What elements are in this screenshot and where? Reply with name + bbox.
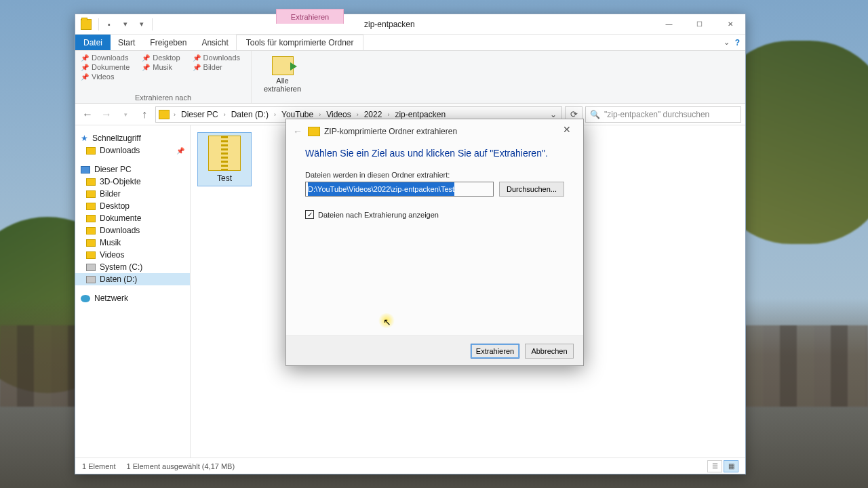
status-count: 1 Element: [82, 462, 116, 470]
nav-back[interactable]: ←: [79, 106, 96, 123]
bc-seg[interactable]: zip-entpacken: [392, 110, 448, 119]
context-tab-header: Extrahieren: [276, 9, 344, 24]
chevron-right-icon[interactable]: ›: [172, 111, 177, 118]
maximize-button[interactable]: ☐: [684, 14, 715, 34]
show-files-checkbox-row[interactable]: ✓ Dateien nach Extrahierung anzeigen ↖: [305, 210, 564, 219]
sidebar-network[interactable]: Netzwerk: [75, 292, 190, 304]
ribbon-collapse-icon[interactable]: ⌄: [724, 38, 730, 47]
bc-seg[interactable]: Daten (D:): [229, 110, 271, 119]
ribbon-body: 📌Downloads 📌Desktop 📌Downloads 📌Dokument…: [75, 51, 745, 104]
ribbon-tabs: Datei Start Freigeben Ansicht Tools für …: [75, 35, 745, 51]
folder-icon: [308, 127, 320, 136]
tab-share[interactable]: Freigeben: [142, 35, 194, 50]
sidebar-this-pc[interactable]: Dieser PC: [75, 163, 190, 176]
sidebar-item-downloads2[interactable]: Downloads: [75, 224, 190, 237]
bc-seg[interactable]: Dieser PC: [178, 110, 221, 119]
bc-seg[interactable]: 2022: [361, 110, 385, 119]
cancel-button[interactable]: Abbrechen: [525, 344, 574, 359]
dest-bilder[interactable]: 📌Bilder: [193, 63, 245, 71]
nav-recent-icon[interactable]: ▾: [117, 106, 134, 123]
extract-all-icon: [272, 56, 294, 75]
dest-downloads[interactable]: 📌Downloads: [81, 54, 135, 62]
view-icons-button[interactable]: ▦: [724, 460, 738, 472]
sidebar-item-videos[interactable]: Videos: [75, 249, 190, 261]
dest-downloads2[interactable]: 📌Downloads: [193, 54, 245, 62]
destination-path-input[interactable]: D:\YouTube\Videos\2022\zip-entpacken\Tes…: [305, 182, 494, 197]
help-icon[interactable]: ?: [735, 38, 740, 47]
zip-file-icon: [208, 136, 241, 171]
sidebar-item-musik[interactable]: Musik: [75, 237, 190, 249]
sidebar-item-daten-d[interactable]: Daten (D:): [75, 273, 190, 285]
ribbon-group-label: Extrahieren nach: [81, 92, 245, 102]
search-icon: 🔍: [590, 110, 600, 119]
dest-musik[interactable]: 📌Musik: [142, 63, 185, 71]
cursor-highlight: [378, 313, 395, 328]
cursor-icon: ↖: [383, 317, 391, 327]
extract-dialog: ← ZIP-komprimierte Ordner extrahieren ✕ …: [285, 119, 584, 366]
dialog-field-label: Dateien werden in diesen Ordner extrahie…: [305, 171, 564, 179]
sidebar-item-bilder[interactable]: Bilder: [75, 188, 190, 200]
checkbox-checked-icon[interactable]: ✓: [305, 210, 314, 219]
sidebar-item-desktop[interactable]: Desktop: [75, 200, 190, 212]
sidebar-item-3d[interactable]: 3D-Objekte: [75, 176, 190, 188]
sidebar-item-dokumente[interactable]: Dokumente: [75, 212, 190, 224]
dialog-back-icon[interactable]: ←: [293, 126, 302, 137]
dest-dokumente[interactable]: 📌Dokumente: [81, 63, 135, 71]
titlebar[interactable]: ▪ ▾ ▾ Extrahieren zip-entpacken — ☐ ✕: [75, 14, 745, 35]
minimize-button[interactable]: —: [654, 14, 684, 34]
browse-button[interactable]: Durchsuchen...: [499, 182, 564, 197]
close-button[interactable]: ✕: [715, 14, 745, 34]
qa-properties-icon[interactable]: ▪: [102, 17, 117, 32]
sidebar-item-downloads[interactable]: Downloads📌: [75, 144, 190, 157]
sidebar: ★Schnellzugriff Downloads📌 Dieser PC 3D-…: [75, 125, 191, 458]
extract-all-button[interactable]: Alle extrahieren: [257, 54, 308, 93]
tab-start[interactable]: Start: [111, 35, 142, 50]
qa-dropdown-icon[interactable]: ▾: [118, 17, 133, 32]
bc-seg[interactable]: Videos: [323, 110, 353, 119]
dialog-title: ZIP-komprimierte Ordner extrahieren: [324, 127, 457, 136]
tab-file[interactable]: Datei: [75, 35, 111, 50]
qa-customize-icon[interactable]: ▾: [134, 17, 149, 32]
extract-button[interactable]: Extrahieren: [471, 344, 519, 359]
dialog-close-button[interactable]: ✕: [553, 120, 580, 139]
statusbar: 1 Element 1 Element ausgewählt (4,17 MB)…: [75, 458, 745, 474]
sidebar-item-system-c[interactable]: System (C:): [75, 261, 190, 273]
file-item-test[interactable]: Test: [197, 132, 252, 186]
search-input[interactable]: 🔍 "zip-entpacken" durchsuchen: [585, 106, 741, 123]
file-label: Test: [217, 174, 232, 183]
breadcrumb-dropdown-icon[interactable]: ⌄: [547, 110, 560, 119]
window-title: zip-entpacken: [364, 20, 415, 29]
sidebar-quick-access[interactable]: ★Schnellzugriff: [75, 132, 190, 144]
dest-desktop[interactable]: 📌Desktop: [142, 54, 185, 62]
dest-videos[interactable]: 📌Videos: [81, 73, 135, 81]
search-placeholder: "zip-entpacken" durchsuchen: [604, 110, 709, 119]
status-selection: 1 Element ausgewählt (4,17 MB): [127, 462, 235, 470]
view-details-button[interactable]: ☰: [707, 460, 722, 472]
folder-icon: [81, 19, 92, 30]
bc-seg[interactable]: YouTube: [279, 110, 316, 119]
nav-forward[interactable]: →: [98, 106, 115, 123]
tab-view[interactable]: Ansicht: [194, 35, 235, 50]
tab-compressed-tools[interactable]: Tools für komprimierte Ordner: [236, 35, 364, 50]
dialog-heading: Wählen Sie ein Ziel aus und klicken Sie …: [305, 148, 564, 159]
checkbox-label: Dateien nach Extrahierung anzeigen: [318, 211, 439, 219]
folder-icon: [159, 110, 170, 119]
nav-up[interactable]: ↑: [136, 106, 153, 123]
